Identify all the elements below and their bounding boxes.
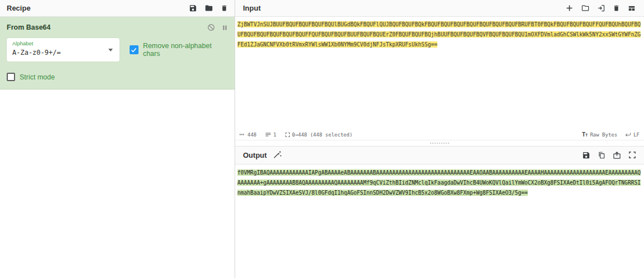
strict-mode-label: Strict mode — [20, 73, 55, 81]
input-title: Input — [243, 4, 261, 12]
input-tabs-view-icon[interactable] — [627, 4, 636, 12]
maximise-output-icon[interactable] — [628, 151, 636, 159]
line-count-value: 1 — [273, 132, 276, 138]
selection-item: 0→448 (448 selected) — [285, 132, 352, 138]
eol-value[interactable]: LF — [633, 132, 640, 138]
recipe-title: Recipe — [7, 4, 31, 12]
open-folder-input-icon[interactable] — [597, 4, 605, 12]
remove-non-alphabet-label: Remove non-alphabet chars — [143, 42, 228, 58]
open-file-folder-icon[interactable] — [581, 4, 590, 12]
char-count-icon — [240, 133, 245, 136]
recipe-panel: Recipe From Base64 — [0, 0, 235, 278]
dropdown-caret-icon — [108, 49, 113, 51]
operation-from-base64[interactable]: From Base64 Alphabet A-Za-z0-9+/= — [0, 17, 235, 89]
add-input-tab-icon[interactable] — [565, 4, 574, 12]
character-encoding-icon: TT — [582, 131, 588, 138]
clear-input-trash-icon[interactable] — [613, 4, 620, 12]
save-output-icon[interactable] — [582, 151, 590, 159]
input-text-selected[interactable]: ZjBWTVJnSUJBUUFBQUFBQUFBQUFBQUlBUGdBQkFB… — [237, 21, 641, 48]
clear-recipe-trash-icon[interactable] — [221, 4, 228, 12]
line-count-icon — [265, 132, 271, 137]
input-status-bar: 448 1 0→448 (448 selected) TT Raw Bytes — [235, 130, 644, 140]
selection-icon — [285, 133, 290, 137]
output-title: Output — [243, 151, 267, 159]
drag-handle-icon[interactable] — [430, 143, 449, 144]
encoding-value[interactable]: Raw Bytes — [590, 132, 617, 138]
output-header: Output — [235, 147, 644, 164]
load-recipe-folder-icon[interactable] — [204, 4, 213, 12]
selection-value: 0→448 (448 selected) — [292, 132, 352, 138]
strict-mode-checkbox[interactable]: Strict mode — [7, 73, 228, 81]
disable-operation-icon[interactable] — [207, 23, 215, 31]
copy-output-icon[interactable] — [598, 151, 605, 159]
operation-title: From Base64 — [7, 23, 51, 31]
line-ending-return-icon — [625, 132, 631, 137]
checkbox-checked-icon[interactable] — [130, 45, 139, 54]
breakpoint-pause-icon[interactable] — [222, 23, 228, 31]
save-recipe-icon[interactable] — [189, 4, 197, 12]
recipe-header: Recipe — [0, 0, 235, 17]
input-header: Input — [235, 0, 644, 17]
replace-input-with-output-icon[interactable] — [613, 151, 621, 159]
output-textarea[interactable]: f0VMRgIBAQAAAAAAAAAAAAIAPgABAAAAeABAAAAA… — [235, 164, 644, 278]
char-count-value: 448 — [247, 132, 256, 138]
alphabet-label: Alphabet — [12, 40, 114, 47]
checkbox-unchecked-icon[interactable] — [7, 73, 15, 81]
alphabet-select[interactable]: Alphabet A-Za-z0-9+/= — [7, 38, 120, 62]
cyberchef-app: Recipe From Base64 — [0, 0, 644, 278]
eol-selector[interactable]: LF — [625, 132, 640, 138]
io-column: Input ZjBWTVJnSUJBU — [235, 0, 644, 278]
encoding-selector[interactable]: TT Raw Bytes — [582, 131, 617, 138]
magic-wand-icon[interactable] — [273, 150, 282, 159]
io-splitter[interactable] — [235, 140, 644, 147]
alphabet-value: A-Za-z0-9+/= — [12, 49, 61, 56]
output-text: f0VMRgIBAQAAAAAAAAAAAAIAPgABAAAAeABAAAAA… — [237, 169, 641, 196]
line-count-item: 1 — [265, 132, 276, 138]
remove-non-alphabet-checkbox[interactable]: Remove non-alphabet chars — [130, 42, 228, 58]
input-textarea[interactable]: ZjBWTVJnSUJBUUFBQUFBQUFBQUFBQUlBUGdBQkFB… — [235, 17, 644, 130]
char-count-item: 448 — [240, 132, 256, 138]
